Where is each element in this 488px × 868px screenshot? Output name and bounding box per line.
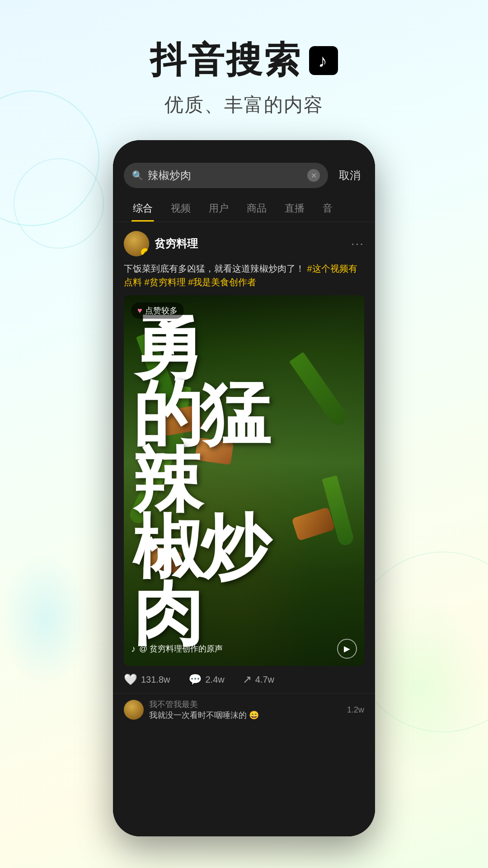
- comments-count: 2.4w: [206, 675, 225, 685]
- video-thumbnail[interactable]: 勇的猛辣椒炒肉 ♥ 点赞较多 ♪ @ 贫穷料理创作的原声: [124, 295, 364, 666]
- search-icon: 🔍: [132, 170, 143, 181]
- comment-text-area: 我不管我最美 我就没一次看时不咽唾沫的 😄: [149, 699, 342, 721]
- comment-body: 我就没一次看时不咽唾沫的 😄: [149, 710, 342, 721]
- video-background: 勇的猛辣椒炒肉: [124, 295, 364, 666]
- search-input-wrapper[interactable]: 🔍 辣椒炒肉 ✕: [124, 163, 328, 188]
- sound-text: @ 贫穷料理创作的原声: [139, 643, 223, 654]
- tab-用户[interactable]: 用户: [200, 195, 238, 222]
- sound-info: ♪ @ 贫穷料理创作的原声: [131, 643, 223, 654]
- bg-circle-2: [14, 158, 104, 249]
- post-card: ✓ 贫穷料理 ··· 下饭菜到底有多凶猛，就看这道辣椒炒肉了！ #这个视频有点料…: [113, 222, 375, 693]
- main-title: 抖音搜索 ♪: [0, 36, 488, 85]
- heart-icon: ♥: [137, 306, 142, 316]
- tabs-area: 综合 视频 用户 商品 直播 音: [113, 195, 375, 222]
- header-section: 抖音搜索 ♪ 优质、丰富的内容: [0, 0, 488, 118]
- subtitle: 优质、丰富的内容: [0, 92, 488, 118]
- search-bar-area: 🔍 辣椒炒肉 ✕ 取消: [113, 140, 375, 195]
- post-stats: 🤍 131.8w 💬 2.4w ↗ 4.7w: [124, 666, 364, 693]
- likes-badge-text: 点赞较多: [145, 305, 178, 316]
- phone-mockup: 🔍 辣椒炒肉 ✕ 取消 综合 视频 用户 商品 直播 音: [113, 140, 375, 836]
- verified-badge: ✓: [141, 248, 149, 256]
- shares-stat[interactable]: ↗ 4.7w: [243, 673, 274, 686]
- share-stat-icon: ↗: [243, 673, 252, 686]
- tab-商品[interactable]: 商品: [238, 195, 276, 222]
- title-text: 抖音搜索: [150, 36, 302, 85]
- phone-inner: 🔍 辣椒炒肉 ✕ 取消 综合 视频 用户 商品 直播 音: [113, 140, 375, 836]
- hashtag-2[interactable]: #贫穷料理: [145, 277, 188, 287]
- likes-badge: ♥ 点赞较多: [131, 302, 184, 319]
- tiktok-note-icon: ♪: [131, 644, 136, 654]
- tab-综合[interactable]: 综合: [124, 195, 162, 222]
- search-clear-button[interactable]: ✕: [307, 169, 320, 182]
- post-body-text: 下饭菜到底有多凶猛，就看这道辣椒炒肉了！: [124, 264, 305, 274]
- comment-stat-icon: 💬: [188, 673, 202, 686]
- tab-音[interactable]: 音: [314, 195, 342, 222]
- tiktok-logo: ♪: [309, 46, 338, 75]
- tab-视频[interactable]: 视频: [162, 195, 200, 222]
- tab-直播[interactable]: 直播: [276, 195, 314, 222]
- bg-glow-left: [0, 552, 90, 687]
- commenter-name: 我不管我最美: [149, 699, 342, 710]
- comments-stat[interactable]: 💬 2.4w: [188, 673, 225, 686]
- comment-preview: 我不管我最美 我就没一次看时不咽唾沫的 😄 1.2w: [113, 693, 375, 726]
- likes-stat[interactable]: 🤍 131.8w: [124, 673, 170, 686]
- more-options-button[interactable]: ···: [351, 236, 364, 251]
- commenter-avatar: [124, 700, 144, 720]
- post-text: 下饭菜到底有多凶猛，就看这道辣椒炒肉了！ #这个视频有点料 #贫穷料理 #我是美…: [124, 262, 364, 289]
- tiktok-logo-symbol: ♪: [318, 51, 329, 71]
- comment-count: 1.2w: [347, 705, 364, 715]
- play-button[interactable]: ▶: [337, 639, 357, 659]
- hashtag-3[interactable]: #我是美食创作者: [188, 277, 256, 287]
- video-big-text: 勇的猛辣椒炒肉: [133, 314, 267, 647]
- content-area: ✓ 贫穷料理 ··· 下饭菜到底有多凶猛，就看这道辣椒炒肉了！ #这个视频有点料…: [113, 222, 375, 836]
- heart-stat-icon: 🤍: [124, 673, 137, 686]
- sound-bar: ♪ @ 贫穷料理创作的原声 ▶: [131, 639, 357, 659]
- author-avatar: ✓: [124, 231, 149, 256]
- likes-count: 131.8w: [141, 675, 170, 685]
- video-text-overlay: 勇的猛辣椒炒肉: [124, 295, 364, 666]
- author-name[interactable]: 贫穷料理: [155, 236, 198, 251]
- shares-count: 4.7w: [255, 675, 274, 685]
- post-author: ✓ 贫穷料理: [124, 231, 198, 256]
- post-header: ✓ 贫穷料理 ···: [124, 231, 364, 256]
- search-query: 辣椒炒肉: [148, 168, 303, 183]
- cancel-button[interactable]: 取消: [335, 168, 364, 183]
